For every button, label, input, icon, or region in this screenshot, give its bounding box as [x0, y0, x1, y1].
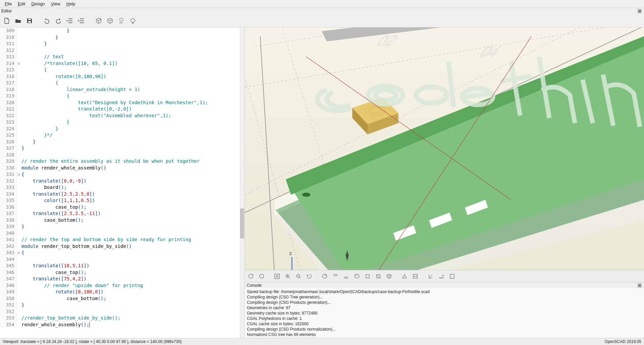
send-print-icon[interactable] — [129, 17, 137, 25]
vt-reset-icon[interactable] — [305, 272, 313, 280]
svg-marker-17 — [286, 36, 644, 270]
code-line[interactable]: 341// render the top and bottom side by … — [0, 236, 245, 243]
menu-help[interactable]: Help — [64, 1, 78, 7]
vt-wire-icon[interactable] — [448, 272, 456, 280]
console-output[interactable]: Saved backup file: /home/jonathanmaw/.lo… — [245, 288, 644, 338]
vt-render-icon[interactable] — [258, 272, 266, 280]
svg-line-58 — [429, 275, 432, 278]
code-line[interactable]: 317 { — [0, 80, 245, 86]
code-line[interactable]: 345 translate([10,5,11]) — [0, 263, 245, 269]
code-line[interactable]: 327} — [0, 145, 245, 152]
vt-view-left-icon[interactable] — [353, 272, 361, 280]
vt-view-bottom-icon[interactable] — [342, 272, 350, 280]
code-line[interactable]: 350 case_bottom(); — [0, 295, 245, 302]
editor-scrollbar[interactable] — [240, 27, 245, 338]
console-line: Geometry cache size in bytes: 8772480 — [247, 310, 642, 316]
code-line[interactable]: 318 linear_extrude(height = 1) — [0, 86, 245, 93]
open-icon[interactable] — [14, 17, 22, 25]
code-line[interactable]: 312 — [0, 47, 245, 54]
code-line[interactable]: 335 color([1,1,1,0.5]) — [0, 197, 245, 204]
unindent-icon[interactable] — [66, 17, 74, 25]
code-line[interactable]: 316 rotate([0,180,90]) — [0, 73, 245, 80]
menu-file[interactable]: File — [2, 1, 14, 7]
export-stl-icon[interactable]: STL — [117, 17, 125, 25]
code-line[interactable]: 310 } — [0, 34, 245, 41]
console-line: Geometries in cache: 67 — [247, 305, 642, 310]
scrollbar-thumb[interactable] — [240, 208, 244, 238]
code-line[interactable]: 338 case_bottom(); — [0, 217, 245, 224]
code-line[interactable]: 342module render_top_bottom_side_by_side… — [0, 243, 245, 250]
code-line[interactable]: 332 translate([0,0,-9]) — [0, 178, 245, 185]
save-icon[interactable] — [25, 17, 34, 25]
undo-icon[interactable] — [43, 17, 51, 25]
code-line[interactable]: 353//render_top_bottom_side_by_side(); — [0, 315, 245, 322]
vt-viewall-icon[interactable] — [273, 272, 281, 280]
console-close-icon[interactable]: ⊠ — [637, 283, 642, 288]
vt-ortho-icon[interactable] — [411, 272, 419, 280]
code-line[interactable]: 325 }*/ — [0, 132, 245, 139]
code-line[interactable]: 311 } — [0, 41, 245, 47]
code-line[interactable]: 336 case_top(); — [0, 204, 245, 211]
console-line: Normalized CSG tree has 69 elements — [247, 332, 642, 337]
vt-view-right-icon[interactable] — [321, 272, 329, 280]
svg-marker-14 — [322, 27, 639, 42]
code-line[interactable]: 313 // text — [0, 54, 245, 60]
code-line[interactable]: 346 case_top(); — [0, 269, 245, 276]
code-editor[interactable]: 309 }310 }311 }312313 // text314⊟ /*tran… — [0, 27, 245, 338]
new-icon[interactable] — [3, 17, 11, 25]
code-line[interactable]: 351} — [0, 302, 245, 308]
code-line[interactable]: 315 { — [0, 67, 245, 73]
editor-close-icon[interactable]: ⊠ — [637, 9, 642, 13]
code-line[interactable]: 344 — [0, 256, 245, 263]
code-line[interactable]: 339} — [0, 223, 245, 230]
svg-rect-0 — [28, 21, 31, 23]
svg-line-55 — [377, 275, 380, 278]
code-line[interactable]: 348 // render "upside down" for printng — [0, 282, 245, 289]
render-icon[interactable] — [106, 17, 114, 25]
svg-text:10: 10 — [442, 275, 444, 277]
code-line[interactable]: 324 } — [0, 126, 245, 132]
redo-icon[interactable] — [54, 17, 62, 25]
3d-viewport[interactable]: 02 04 — [245, 27, 644, 270]
code-line[interactable]: 333 board(); — [0, 184, 245, 191]
indent-icon[interactable] — [77, 17, 85, 25]
vt-preview-icon[interactable] — [247, 272, 255, 280]
code-line[interactable]: 322 text("Assembled wherever",1); — [0, 113, 245, 119]
code-line[interactable]: 329// render the entire assembly as it s… — [0, 158, 245, 165]
code-line[interactable]: 323 } — [0, 119, 245, 126]
console-dock-title: Console ⊠ — [245, 282, 644, 288]
vt-view-back-icon[interactable] — [374, 272, 382, 280]
code-line[interactable]: 328 — [0, 152, 245, 158]
code-line[interactable]: 337 translate([2.5,2.5,-11]) — [0, 210, 245, 217]
menu-view[interactable]: View — [48, 1, 63, 7]
svg-point-45 — [276, 275, 278, 277]
code-line[interactable]: 319 { — [0, 93, 245, 99]
code-line[interactable]: 314⊟ /*translate([10, 65, 0.1]) — [0, 60, 245, 67]
code-line[interactable]: 352 — [0, 308, 245, 315]
vt-view-front-icon[interactable] — [364, 272, 372, 280]
menu-edit[interactable]: Edit — [15, 1, 28, 7]
code-line[interactable]: 354render_whole_assembly(); — [0, 322, 245, 328]
code-line[interactable]: 331⊟{ — [0, 171, 245, 178]
code-line[interactable]: 343⊟{ — [0, 250, 245, 256]
vt-zoomin-icon[interactable] — [284, 272, 292, 280]
vt-view-diag-icon[interactable] — [385, 272, 393, 280]
code-line[interactable]: 321 translate([0,-2,0]) — [0, 106, 245, 113]
svg-rect-44 — [275, 274, 279, 279]
vt-axes-icon[interactable] — [427, 272, 435, 280]
vt-view-top-icon[interactable] — [331, 272, 339, 280]
code-line[interactable]: 334 translate([2.5,2.5,0]) — [0, 191, 245, 198]
vt-scale-icon[interactable]: 10 — [437, 272, 445, 280]
code-line[interactable]: 326 } — [0, 139, 245, 145]
menu-design[interactable]: Design — [29, 1, 47, 7]
svg-line-51 — [300, 277, 301, 279]
code-line[interactable]: 340 — [0, 230, 245, 237]
vt-zoomout-icon[interactable] — [294, 272, 303, 280]
code-line[interactable]: 309 } — [0, 27, 245, 34]
code-line[interactable]: 320 text("Designed by Codethink in Manch… — [0, 99, 245, 106]
code-line[interactable]: 330module render_whole_assembly() — [0, 165, 245, 171]
code-line[interactable]: 347 translate([75,4,2]) — [0, 276, 245, 282]
preview-icon[interactable] — [95, 17, 103, 25]
vt-persp-icon[interactable] — [400, 272, 409, 280]
code-line[interactable]: 349 rotate([0,180,0]) — [0, 289, 245, 295]
